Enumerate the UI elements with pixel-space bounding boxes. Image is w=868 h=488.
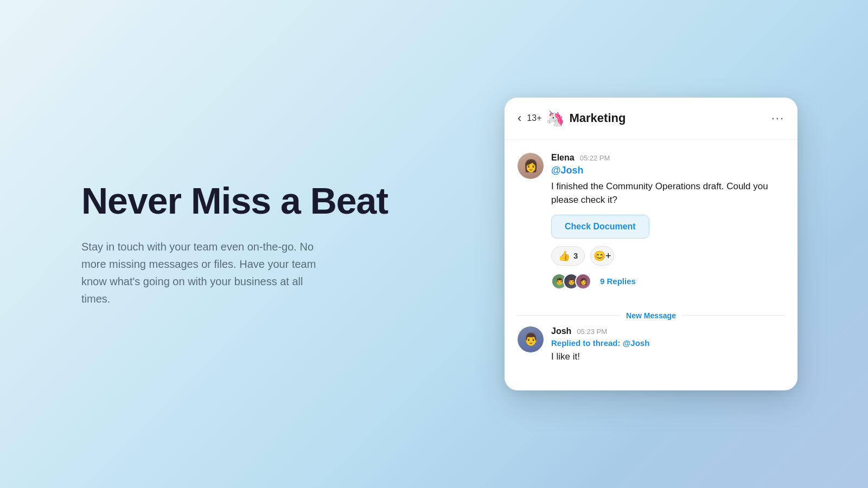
message-content-josh: Josh 05:23 PM Replied to thread: @Josh I… (551, 326, 784, 364)
avatar-josh: 👨 (518, 326, 544, 352)
reply-thread-label: Replied to thread: @Josh (551, 338, 784, 348)
message-text-josh: I like it! (551, 350, 784, 364)
thumbs-up-reaction[interactable]: 👍 3 (551, 246, 585, 266)
message-text-elena: I finished the Community Operations draf… (551, 179, 784, 207)
message-header-josh: Josh 05:23 PM (551, 326, 784, 336)
phone-container: ‹ 13+ 🦄 Marketing ··· 👩 Elena 05:22 PM (505, 98, 797, 391)
chat-card: ‹ 13+ 🦄 Marketing ··· 👩 Elena 05:22 PM (505, 98, 797, 391)
member-count: 13+ (527, 113, 541, 123)
channel-emoji: 🦄 (546, 110, 565, 127)
avatar-elena: 👩 (518, 153, 544, 179)
more-button[interactable]: ··· (771, 111, 784, 125)
back-button[interactable]: ‹ (518, 111, 521, 125)
sender-name-josh: Josh (551, 326, 571, 336)
new-message-divider: New Message (518, 305, 784, 326)
timestamp-josh: 05:23 PM (577, 328, 607, 336)
reply-avatars: 👨 👨 👩 (551, 273, 591, 290)
mention-josh: @Josh (551, 165, 784, 176)
sender-name-elena: Elena (551, 153, 575, 163)
reactions: 👍 3 😊+ (551, 246, 784, 266)
check-document-button[interactable]: Check Document (551, 215, 649, 239)
channel-name: Marketing (569, 111, 771, 125)
message-content-elena: Elena 05:22 PM @Josh I finished the Comm… (551, 153, 784, 294)
reply-avatar-3: 👩 (575, 273, 591, 290)
message-header-elena: Elena 05:22 PM (551, 153, 784, 163)
hero-subtitle: Stay in touch with your team even on-the… (81, 238, 331, 307)
message-item-josh: 👨 Josh 05:23 PM Replied to thread: @Josh… (518, 326, 784, 380)
add-reaction-button[interactable]: 😊+ (590, 246, 614, 266)
message-item-elena: 👩 Elena 05:22 PM @Josh I finished the Co… (518, 153, 784, 294)
messages-area: 👩 Elena 05:22 PM @Josh I finished the Co… (505, 140, 797, 380)
thumbs-up-emoji: 👍 (558, 250, 570, 262)
reaction-count: 3 (573, 251, 578, 260)
divider-line-left (518, 315, 620, 316)
timestamp-elena: 05:22 PM (580, 154, 610, 162)
replied-to-prefix: Replied to thread: (551, 338, 621, 348)
replies-link[interactable]: 9 Replies (600, 277, 636, 286)
new-message-label: New Message (626, 311, 676, 320)
left-content: Never Miss a Beat Stay in touch with you… (0, 181, 505, 308)
chat-header: ‹ 13+ 🦄 Marketing ··· (505, 98, 797, 140)
hero-title: Never Miss a Beat (81, 181, 461, 221)
page-wrapper: Never Miss a Beat Stay in touch with you… (0, 0, 868, 488)
divider-line-right (682, 315, 784, 316)
replied-to-mention-text: @Josh (623, 338, 650, 348)
thread-replies[interactable]: 👨 👨 👩 9 Replies (551, 273, 784, 290)
add-reaction-icon: 😊+ (593, 250, 611, 262)
